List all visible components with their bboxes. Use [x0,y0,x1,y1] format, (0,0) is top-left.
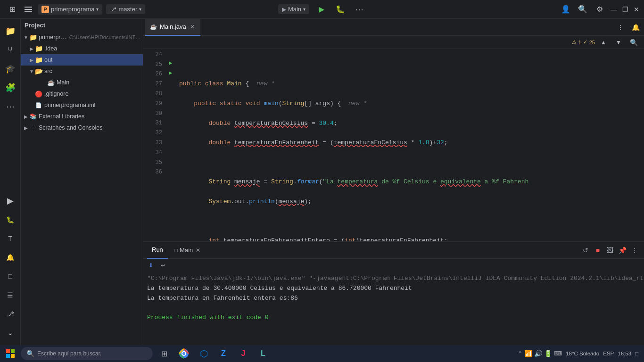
title-bar-right: 👤 🔍 ⚙ — ❐ ✕ [366,3,640,16]
prev-issue-btn[interactable]: ▲ [597,36,610,49]
branch-chevron: ▾ [139,7,141,12]
tree-main-java[interactable]: ☕ Main [21,77,143,88]
tree-iml-icon: 📄 [35,101,42,109]
search-icon[interactable]: 🔍 [576,3,589,16]
collaborate-icon[interactable]: 👤 [559,3,572,16]
tray-volume[interactable]: 🔊 [534,350,542,357]
tray-condition: Soleado [579,351,599,356]
svg-rect-1 [11,349,15,353]
tree-iml[interactable]: 📄 primerprograma.iml [21,99,143,111]
scroll-end-btn[interactable]: ⬇ [145,260,157,271]
branch-icon: ⎇ [110,6,116,13]
close-button[interactable]: ✕ [633,6,640,13]
activity-output[interactable]: □ [2,268,19,285]
run-toolbar: ⬇ ↩ [143,259,644,272]
tree-src[interactable]: ▼ 📂 src [21,66,143,77]
taskbar-intellij[interactable]: J [234,345,253,362]
run-config-tab-close[interactable]: ✕ [195,247,201,254]
gutter-25[interactable]: ▶ [166,59,175,69]
tree-out-icon: 📁 [35,56,42,64]
tree-extlibs[interactable]: ▶ 📚 External Libraries [21,111,143,122]
run-button[interactable]: ▶ [315,3,328,16]
more-btn[interactable]: ⋮ [629,245,640,256]
activity-services[interactable]: ☰ [2,287,19,304]
activity-more[interactable]: ⋯ [2,98,19,115]
run-output: "C:\Program Files\Java\jdk-17\bin\java.e… [143,272,644,345]
activity-bottom[interactable]: ⌄ [2,324,19,341]
tray-up-arrow[interactable]: ⌃ [518,350,522,357]
activity-learn[interactable]: 🎓 [2,60,19,77]
activity-notifications[interactable]: 🔔 [2,249,19,266]
tray-keyboard[interactable]: ⌨ [554,350,562,357]
project-tree: ▼ 📁 primerprograma C:\Users\HP\Documents… [21,32,143,345]
code-content[interactable]: public class Main { new * public static … [175,49,644,241]
minimize-button[interactable]: — [610,6,618,13]
svg-rect-2 [6,354,10,358]
project-icon: P [41,6,49,13]
tray-weather[interactable]: 18°C Soleado [566,351,599,356]
gutter-28 [166,88,175,98]
tree-scratches[interactable]: ▶ ≡ Scratches and Consoles [21,122,143,133]
hint-count: 25 [589,40,595,45]
activity-run[interactable]: ▶ [2,192,19,209]
activity-terminal[interactable]: T [2,230,19,247]
tree-git-icon: 🔴 [35,90,42,98]
tab-close-btn[interactable]: ✕ [189,24,196,30]
soft-wrap-btn[interactable]: ↩ [157,260,169,271]
activity-debug[interactable]: 🐛 [2,211,19,228]
code-editor[interactable]: 24 25 26 27 28 29 30 31 32 33 34 35 36 ▶ [143,49,644,241]
tray-time[interactable]: 16:53 [618,351,631,356]
taskbar-zoom[interactable]: Z [214,345,233,362]
notifications-btn[interactable]: 🔔 [629,21,642,34]
code-line-31: System.out.println(mensaje); [179,197,640,207]
tree-root-label: primerprograma [39,34,67,41]
stop-btn[interactable]: ■ [592,245,603,256]
run-panel: Run □ Main ✕ ↺ ■ 🖼 📌 ⋮ ⬇ ↩ [143,241,644,345]
taskbar-chrome[interactable] [174,345,193,362]
settings-icon[interactable]: ⚙ [593,3,606,16]
tree-root[interactable]: ▼ 📁 primerprograma C:\Users\HP\Documents… [21,32,143,43]
taskbar-taskview[interactable]: ⊞ [155,345,173,362]
tray-language[interactable]: ESP [603,351,614,356]
tray-notification[interactable]: □ [635,351,638,356]
gutter-34 [166,147,175,157]
tab-menu-btn[interactable]: ⋮ [614,21,627,34]
activity-plugins[interactable]: 🧩 [2,79,19,96]
gutter-26[interactable]: ▶ [166,69,175,79]
restore-btn[interactable]: 🖼 [604,245,616,256]
windows-logo[interactable]: ⊞ [4,1,21,18]
tree-gitignore[interactable]: 🔴 .gitignore [21,88,143,99]
more-run-options[interactable]: ⋯ [353,3,366,16]
start-button[interactable] [2,345,19,362]
gutter-30 [166,108,175,118]
taskbar-edge[interactable]: ⬡ [194,345,213,362]
activity-vcs[interactable]: ⑂ [2,41,19,58]
run-tab[interactable]: Run [147,242,168,259]
rerun-btn[interactable]: ↺ [580,245,591,256]
project-switcher[interactable]: P primerprograma ▾ [38,4,102,15]
activity-project[interactable]: 📁 [2,23,19,40]
taskbar-another[interactable]: L [254,345,272,362]
tree-idea[interactable]: ▶ 📁 .idea [21,43,143,54]
taskbar-search[interactable]: 🔍 Escribe aquí para buscar. [21,347,153,360]
activity-git[interactable]: ⎇ [2,305,19,322]
gutter-27 [166,78,175,88]
hector-btn[interactable]: 🔍 [627,36,640,49]
tray-network[interactable]: 📶 [524,350,532,357]
taskbar-search-placeholder: Escribe aquí para buscar. [37,350,101,357]
tree-out[interactable]: ▶ 📁 out [21,54,143,66]
run-config-selector[interactable]: ▶ Main ▾ [278,4,309,14]
hint-separator: ✓ [583,39,587,45]
maximize-button[interactable]: ❐ [621,6,629,13]
run-config-tab[interactable]: □ Main ✕ [170,242,206,259]
gutter-32 [166,127,175,137]
tray-battery[interactable]: 🔋 [544,350,552,357]
pin-btn[interactable]: 📌 [617,245,628,256]
next-issue-btn[interactable]: ▼ [612,36,625,49]
branch-switcher[interactable]: ⎇ master ▾ [106,4,145,14]
tree-root-arrow: ▼ [23,35,29,40]
output-line-1: La temperatura de 30.400000 Celsius e eq… [147,284,640,294]
hamburger-menu[interactable] [25,5,34,14]
tab-main-java[interactable]: ☕ Main.java ✕ [145,19,200,36]
debug-button[interactable]: 🐛 [334,3,347,16]
